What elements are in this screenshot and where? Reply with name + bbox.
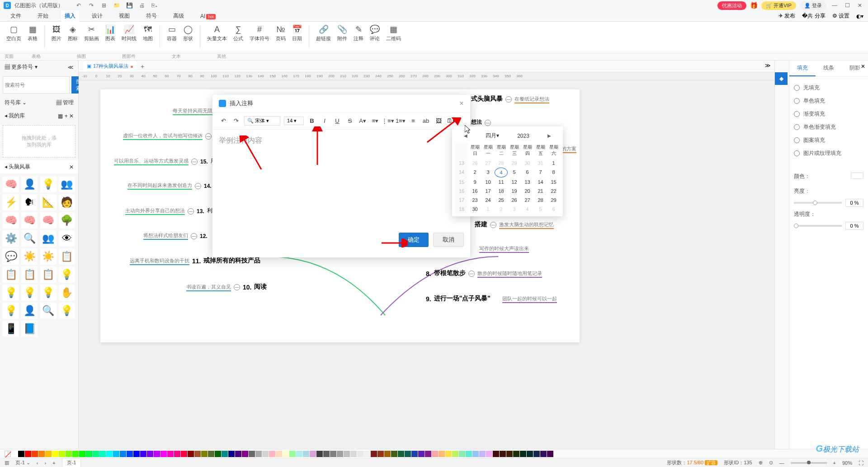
export-icon[interactable]: ⎘▾: [150, 1, 159, 10]
menu-tab-2[interactable]: 插入: [61, 10, 79, 22]
color-swatch[interactable]: [459, 451, 465, 457]
shape-item[interactable]: 💡: [59, 303, 75, 319]
color-swatch[interactable]: [262, 451, 269, 457]
my-lib-label[interactable]: ◂ 我的库: [5, 112, 25, 120]
color-swatch[interactable]: [513, 451, 519, 457]
color-swatch[interactable]: [255, 451, 262, 457]
fill-option[interactable]: 渐变填充: [794, 107, 863, 121]
more-symbols-header[interactable]: ▦ 更多符号 ▾: [5, 63, 38, 71]
color-swatch[interactable]: [289, 451, 296, 457]
right-tab-线条[interactable]: 线条: [816, 61, 842, 76]
shape-item[interactable]: ☀️: [40, 248, 57, 265]
calendar-day[interactable]: 15: [547, 177, 560, 187]
collapse-icon[interactable]: —: [205, 133, 212, 140]
calendar-day[interactable]: 21: [534, 187, 547, 196]
collapse-icon[interactable]: —: [505, 96, 512, 103]
color-swatch[interactable]: [533, 451, 540, 457]
color-swatch[interactable]: [418, 451, 425, 457]
calendar-day[interactable]: 20: [521, 187, 534, 196]
color-swatch[interactable]: [377, 451, 384, 457]
settings-link[interactable]: ⚙ 设置: [832, 12, 849, 20]
color-swatch[interactable]: [120, 451, 126, 457]
color-swatch[interactable]: [425, 451, 431, 457]
color-swatch[interactable]: [452, 451, 458, 457]
color-swatch[interactable]: [276, 451, 282, 457]
cancel-button[interactable]: 取消: [433, 233, 464, 247]
calendar-day[interactable]: 31: [534, 159, 547, 168]
color-swatch[interactable]: [106, 451, 113, 457]
shape-item[interactable]: 📋: [40, 266, 57, 283]
brightness-value[interactable]: 0 %: [845, 199, 863, 207]
color-swatch[interactable]: [472, 451, 479, 457]
print-icon[interactable]: 🖨: [137, 1, 146, 10]
color-swatch[interactable]: [52, 451, 58, 457]
color-swatch[interactable]: [371, 451, 377, 457]
vip-button[interactable]: 🛒 开通VIP: [761, 1, 796, 10]
promo-badge[interactable]: 优惠活动: [717, 1, 746, 10]
color-swatch[interactable]: [86, 451, 92, 457]
indent-icon[interactable]: ≡: [409, 117, 418, 126]
color-swatch[interactable]: [432, 451, 438, 457]
ribbon-容器[interactable]: ▭容器: [165, 23, 179, 43]
ribbon-二维码[interactable]: ▦二维码: [384, 23, 403, 43]
zoom-in-icon[interactable]: +: [833, 460, 836, 466]
calendar-day[interactable]: 5: [534, 205, 547, 214]
color-swatch[interactable]: [38, 451, 45, 457]
color-swatch[interactable]: [93, 451, 99, 457]
ribbon-地图[interactable]: 🗺地图: [141, 23, 155, 43]
add-tab-icon[interactable]: +: [141, 63, 144, 70]
redo-icon[interactable]: ↷: [87, 1, 96, 10]
share-link[interactable]: �共 分享: [802, 12, 825, 20]
shape-item[interactable]: 🧠: [21, 212, 38, 229]
color-swatch[interactable]: [296, 451, 302, 457]
color-swatch[interactable]: [174, 451, 180, 457]
calendar-day[interactable]: 26: [508, 196, 521, 205]
shape-item[interactable]: 💬: [3, 248, 19, 265]
color-swatch[interactable]: [337, 451, 343, 457]
color-swatch[interactable]: [45, 451, 52, 457]
color-swatch[interactable]: [160, 451, 167, 457]
color-swatch[interactable]: [201, 451, 208, 457]
zoom-value[interactable]: 90%: [842, 460, 852, 466]
save-icon[interactable]: 💾: [125, 1, 134, 10]
menu-tab-4[interactable]: 视图: [115, 10, 133, 22]
shape-item[interactable]: 📘: [21, 321, 38, 337]
color-swatch[interactable]: [140, 451, 146, 457]
color-swatch[interactable]: [59, 451, 65, 457]
menu-tab-0[interactable]: 文件: [7, 10, 25, 22]
align-icon[interactable]: ≡▾: [371, 117, 380, 126]
color-swatch[interactable]: [113, 451, 119, 457]
calendar-day[interactable]: 17: [481, 187, 495, 196]
color-swatch[interactable]: [154, 451, 160, 457]
calendar-day[interactable]: 4: [495, 168, 508, 177]
shape-item[interactable]: 👤: [21, 176, 38, 192]
calendar-day[interactable]: 25: [495, 196, 508, 205]
fullscreen-icon[interactable]: ⛶: [859, 460, 863, 466]
open-icon[interactable]: 📁: [112, 1, 121, 10]
color-swatch[interactable]: [486, 451, 492, 457]
help-icon[interactable]: ◐▾: [856, 13, 863, 19]
calendar-year[interactable]: 2023: [517, 133, 529, 139]
calendar-day[interactable]: 12: [508, 177, 521, 187]
section-brainstorm[interactable]: ◂ 头脑风暴: [5, 163, 30, 171]
format-tool-icon[interactable]: ◆: [775, 72, 788, 85]
color-swatch[interactable]: [72, 451, 79, 457]
manage-link[interactable]: ▦ 管理: [56, 99, 74, 107]
color-swatch[interactable]: [479, 451, 486, 457]
opacity-value[interactable]: 0 %: [845, 222, 863, 230]
shape-item[interactable]: 🔍: [21, 230, 38, 247]
shape-item[interactable]: 🧑: [59, 194, 75, 210]
color-swatch[interactable]: [208, 451, 214, 457]
ribbon-表格[interactable]: ▦表格: [26, 23, 39, 43]
shape-item[interactable]: 🧠: [40, 212, 57, 229]
ribbon-页码[interactable]: №页码: [274, 23, 288, 43]
calendar-day[interactable]: 28: [534, 196, 547, 205]
shape-item[interactable]: 🗣: [21, 194, 38, 210]
calendar-day[interactable]: 30: [468, 205, 481, 214]
fill-option[interactable]: 无填充: [794, 81, 863, 94]
calendar-day[interactable]: 24: [481, 196, 495, 205]
calendar-day[interactable]: 26: [468, 159, 481, 168]
color-swatch[interactable]: [133, 451, 140, 457]
italic-icon[interactable]: I: [320, 117, 329, 126]
bold-icon[interactable]: B: [307, 117, 316, 126]
